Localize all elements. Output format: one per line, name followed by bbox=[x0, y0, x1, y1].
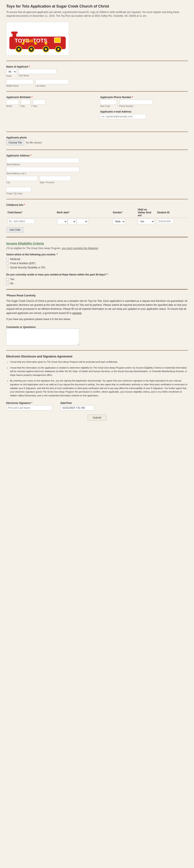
checkbox-yes-input[interactable] bbox=[6, 278, 9, 281]
svg-text:SM: SM bbox=[62, 37, 64, 39]
child-birth-year-select[interactable] bbox=[77, 219, 88, 224]
income-section: Income Eligibility Criteria (To be eligi… bbox=[6, 242, 188, 285]
street2-input[interactable] bbox=[6, 167, 79, 172]
child-gender-select[interactable]: Male Female bbox=[113, 219, 125, 224]
section-divider-1 bbox=[6, 61, 188, 61]
radio-social-security-input[interactable] bbox=[6, 266, 9, 269]
email-label: Applicants e-mail Address bbox=[100, 110, 188, 113]
datetime-label: DateTime bbox=[61, 402, 94, 404]
child-birth-month-select[interactable] bbox=[57, 219, 67, 224]
phone-section: Applicants Phone Number * Area Code - Ph… bbox=[100, 96, 188, 123]
checkbox-yes[interactable]: Yes bbox=[6, 278, 188, 281]
photo-section: Applicants photo Choose File No file cho… bbox=[6, 136, 188, 145]
receive-section: Select which of the following you receiv… bbox=[6, 253, 188, 269]
page-title: Toys for Tots Application at Sugar Creek… bbox=[6, 4, 188, 8]
middlename-input[interactable] bbox=[6, 79, 33, 84]
lastname-input[interactable] bbox=[35, 79, 69, 84]
disclosure-item-2: I know that the information on this appl… bbox=[10, 366, 188, 377]
comments-section: Comments or Questions: bbox=[6, 326, 188, 346]
email-section: Applicants e-mail Address bbox=[100, 110, 188, 119]
children-section: Child(ren) Info * Child Name* Birth date… bbox=[6, 204, 188, 232]
col-gender: Gender* bbox=[112, 207, 137, 218]
datetime-display: 01/31/2024 7:51 AM bbox=[61, 405, 94, 410]
choose-file-button[interactable]: Choose File bbox=[6, 140, 24, 145]
city-label: City bbox=[6, 181, 38, 184]
checkbox-no[interactable]: No bbox=[6, 282, 188, 285]
zip-input[interactable] bbox=[6, 187, 31, 192]
street1-label: Street Address bbox=[6, 163, 188, 166]
col-child-name: Child Name* bbox=[6, 207, 56, 218]
submit-button[interactable]: Submit bbox=[88, 414, 106, 421]
city-input[interactable] bbox=[6, 176, 38, 181]
firstname-label: First Name bbox=[19, 74, 56, 77]
month-label: Month bbox=[6, 105, 19, 107]
state-input[interactable] bbox=[40, 176, 71, 181]
receive-radio-group: Medicaid Food & Nutrition (EBT) Social S… bbox=[6, 258, 188, 269]
disclosure-item-1: I know that any information given to The… bbox=[10, 360, 188, 364]
receive-label: Select which of the following you receiv… bbox=[6, 253, 188, 256]
child-student-id-input[interactable] bbox=[157, 219, 174, 224]
street1-input[interactable] bbox=[6, 158, 79, 163]
svg-point-14 bbox=[57, 48, 60, 50]
checkbox-no-input[interactable] bbox=[6, 282, 9, 285]
col-student-id: Student ID bbox=[156, 207, 188, 218]
radio-food-nutrition[interactable]: Food & Nutrition (EBT) bbox=[6, 262, 188, 265]
phonenumber-label: Phone Number bbox=[119, 105, 153, 107]
please-read-title: *Please Read Carefully bbox=[6, 294, 188, 297]
phone-number-input[interactable] bbox=[119, 99, 153, 104]
radio-social-security[interactable]: Social Security Disability or SSI bbox=[6, 266, 188, 269]
photo-label: Applicants photo bbox=[6, 136, 188, 139]
please-read-section: *Please Read Carefully The Sugar Creek C… bbox=[6, 294, 188, 321]
col-birth-date: Birth date* bbox=[56, 207, 112, 218]
please-read-body1: The Sugar Creek Church of Christ is prou… bbox=[6, 299, 188, 315]
day-label: Day bbox=[21, 105, 31, 107]
email-input[interactable] bbox=[100, 114, 146, 119]
date-sep-2: / bbox=[31, 104, 32, 107]
street2-label: Street Address Line 2 bbox=[6, 172, 188, 175]
child-hidden-valley-select[interactable]: Yes No bbox=[138, 219, 155, 224]
disclosure-item-3: By entering your name on the signature l… bbox=[10, 379, 188, 397]
col-hidden-valley: Hidd en Valley Stud ent bbox=[137, 207, 156, 218]
hope-haven-checkbox-group: Yes No bbox=[6, 278, 188, 285]
birthdate-day-input[interactable] bbox=[21, 99, 31, 104]
svg-text:TOTS: TOTS bbox=[33, 37, 47, 44]
svg-point-8 bbox=[18, 48, 20, 50]
section-divider-5 bbox=[6, 199, 188, 199]
disclosure-title: Electronic Disclosure and Signature Agre… bbox=[6, 355, 188, 358]
state-label: State / Province bbox=[40, 181, 71, 184]
comments-textarea[interactable] bbox=[6, 329, 79, 345]
sig-col: Electronic Signature * bbox=[6, 402, 52, 410]
birthdate-year-input[interactable] bbox=[33, 99, 45, 104]
signature-section: Electronic Signature * DateTime 01/31/20… bbox=[6, 402, 188, 410]
no-file-label: No file chosen bbox=[26, 141, 42, 144]
child-name-input[interactable] bbox=[7, 219, 35, 224]
signature-input[interactable] bbox=[6, 405, 52, 410]
add-child-button[interactable]: Add Child bbox=[6, 227, 23, 232]
name-section: Name of Applicant * Mr. Mrs. Ms. Dr. Pre… bbox=[6, 65, 188, 87]
hope-haven-section: Do you currently reside or have you resi… bbox=[6, 273, 188, 285]
prefix-label: Prefix bbox=[6, 75, 17, 77]
svg-text:FOR: FOR bbox=[25, 39, 34, 43]
radio-medicaid-input[interactable] bbox=[6, 258, 9, 260]
phone-sep: - bbox=[118, 104, 118, 107]
prefix-select[interactable]: Mr. Mrs. Ms. Dr. bbox=[6, 69, 17, 74]
birthdate-month-input[interactable] bbox=[6, 99, 19, 104]
intro-text: To ensure that all approved applicants a… bbox=[6, 10, 188, 18]
datetime-col: DateTime 01/31/2024 7:51 AM bbox=[61, 402, 94, 410]
areacode-label: Area Code bbox=[100, 105, 117, 107]
phone-label: Applicants Phone Number * bbox=[100, 96, 188, 99]
comments-label: Comments or Questions: bbox=[6, 326, 36, 329]
birthdate-label: Applicants Birthdate * bbox=[6, 96, 94, 99]
disclosure-section: Electronic Disclosure and Signature Agre… bbox=[6, 355, 188, 397]
program-name-italic: The Great Give-Away Program bbox=[26, 247, 61, 250]
child-birth-day-select[interactable] bbox=[68, 219, 76, 224]
name-label: Name of Applicant * bbox=[6, 65, 188, 68]
income-title: Income Eligibility Criteria bbox=[6, 242, 188, 245]
logo-container: ★ ★ ★ TOYS FOR TOTS SM bbox=[6, 22, 69, 55]
sig-label: Electronic Signature * bbox=[6, 402, 52, 404]
radio-medicaid[interactable]: Medicaid bbox=[6, 258, 188, 260]
firstname-input[interactable] bbox=[19, 69, 56, 74]
radio-food-nutrition-input[interactable] bbox=[6, 262, 9, 265]
disclosure-list: I know that any information given to The… bbox=[6, 360, 188, 397]
areacode-input[interactable] bbox=[100, 99, 117, 104]
